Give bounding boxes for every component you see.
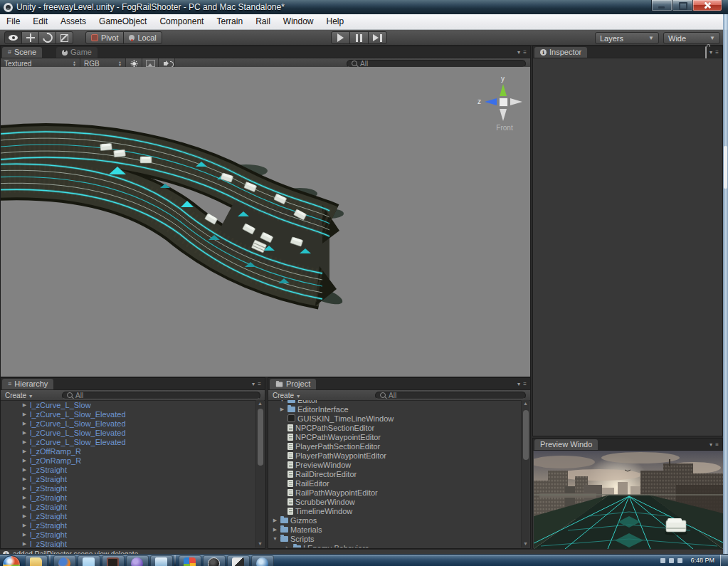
hierarchy-scrollbar[interactable]: ▲ ▼ (255, 400, 264, 547)
panel-menu-icon[interactable]: ▾ ≡ (517, 381, 527, 387)
scene-viewport[interactable]: y z Front (1, 67, 530, 377)
hierarchy-item[interactable]: ▶l_zStraight (21, 502, 256, 511)
tab-project[interactable]: Project (270, 379, 316, 389)
hierarchy-item[interactable]: ▶l_zOnRamp_R (21, 456, 256, 465)
expand-arrow-icon[interactable]: ▶ (21, 523, 28, 528)
project-item[interactable]: NPCPathSectionEditor (269, 423, 522, 432)
hierarchy-item[interactable]: ▶l_zStraight (21, 465, 256, 474)
hierarchy-item[interactable]: ▶l_zStraight (21, 539, 256, 547)
hierarchy-search-field[interactable]: All (62, 392, 260, 399)
menu-component[interactable]: Component (153, 14, 210, 29)
menu-gameobject[interactable]: GameObject (93, 14, 153, 29)
project-scrollbar[interactable]: ▲ ▼ (521, 400, 529, 547)
tab-inspector[interactable]: i Inspector (534, 47, 587, 58)
scene-search-field[interactable]: All (347, 60, 526, 68)
taskbar-sticky-notes-icon[interactable] (78, 555, 100, 566)
expand-arrow-icon[interactable]: ▶ (21, 476, 28, 482)
hierarchy-create-button[interactable]: Create ▼ (1, 392, 38, 399)
hierarchy-item[interactable]: ▶l_zCurve_L_Slow_Elevated (21, 419, 256, 428)
taskbar-glass-app-icon[interactable] (150, 555, 173, 566)
taskbar-clock[interactable]: 6:48 PM (690, 557, 714, 564)
window-titlebar[interactable]: Unity - freewayLevel.unity - FogRailShoo… (0, 0, 728, 14)
hierarchy-item[interactable]: ▶l_zCurve_L_Slow (21, 400, 256, 409)
menu-rail[interactable]: Rail (249, 14, 277, 29)
expand-arrow-icon[interactable]: ▼ (272, 536, 278, 541)
layout-dropdown[interactable]: Wide ▼ (663, 32, 720, 44)
panel-menu-icon[interactable]: ▾ ≡ (252, 381, 262, 387)
project-item[interactable]: RailDirectorEditor (269, 469, 522, 478)
hierarchy-item[interactable]: ▶l_zStraight (21, 474, 256, 483)
tray-network-icon[interactable] (669, 558, 674, 563)
show-desktop-button[interactable] (720, 555, 728, 566)
hierarchy-item[interactable]: ▶l_zStraight (21, 520, 256, 530)
scroll-up-icon[interactable]: ▲ (256, 400, 264, 407)
hierarchy-item[interactable]: ▶l_zCurve_L_Slow_Elevated (21, 409, 256, 419)
local-button[interactable]: Local (123, 31, 162, 44)
expand-arrow-icon[interactable]: ▶ (21, 430, 28, 436)
expand-arrow-icon[interactable]: ▶ (279, 407, 285, 412)
expand-arrow-icon[interactable]: ▶ (21, 486, 28, 491)
project-item[interactable]: RailEditor (269, 478, 522, 488)
gizmo-center-cube[interactable] (499, 98, 508, 107)
expand-arrow-icon[interactable]: ▶ (21, 513, 28, 519)
project-item[interactable]: ▶Gizmos (269, 515, 522, 525)
expand-arrow-icon[interactable]: ▶ (285, 545, 291, 548)
expand-arrow-icon[interactable]: ▶ (21, 458, 28, 463)
scene-orientation-gizmo[interactable]: y z Front (483, 75, 526, 132)
pause-button[interactable] (349, 31, 369, 44)
hierarchy-item[interactable]: ▶l_zStraight (21, 530, 256, 539)
taskbar-arrow-app-icon[interactable] (227, 555, 250, 566)
expand-arrow-icon[interactable]: ▶ (21, 421, 28, 426)
project-item[interactable]: TimelineWindow (269, 506, 522, 515)
close-button[interactable] (692, 0, 722, 11)
expand-arrow-icon[interactable]: ▶ (21, 402, 28, 408)
minimize-button[interactable] (651, 0, 672, 11)
project-item[interactable]: ScrubberWindow (269, 497, 522, 506)
axis-y-cone[interactable] (500, 84, 507, 96)
move-tool-button[interactable] (21, 31, 39, 44)
project-item[interactable]: ▶Materials (269, 525, 522, 534)
project-item[interactable]: ▼Scripts (269, 534, 522, 543)
project-item[interactable]: NPCPathWaypointEditor (269, 432, 522, 441)
tab-hierarchy[interactable]: ≡ Hierarchy (2, 379, 53, 389)
axis-x-cone[interactable] (510, 98, 522, 105)
expand-arrow-icon[interactable]: ▶ (21, 412, 28, 417)
rotate-tool-button[interactable] (38, 31, 56, 44)
menu-help[interactable]: Help (320, 14, 351, 29)
tray-chevron-icon[interactable] (660, 558, 665, 563)
project-item[interactable]: PreviewWindow (269, 460, 522, 469)
hierarchy-item[interactable]: ▶l_zCurve_L_Slow_Elevated (21, 428, 256, 437)
expand-arrow-icon[interactable]: ▶ (21, 495, 28, 501)
axis-down-cone[interactable] (500, 109, 507, 121)
pivot-button[interactable]: Pivot (85, 31, 124, 44)
tab-preview-window[interactable]: Preview Windo (534, 439, 598, 450)
hierarchy-item[interactable]: ▶l_zStraight (21, 511, 256, 520)
scale-tool-button[interactable] (56, 31, 73, 44)
project-item[interactable]: GUISKIN_TimeLineWindow (269, 414, 522, 423)
step-button[interactable] (368, 31, 387, 44)
project-item[interactable]: PlayerPathWaypointEditor (269, 451, 522, 460)
menu-terrain[interactable]: Terrain (210, 14, 249, 29)
taskbar-black-circle-app-icon[interactable] (203, 555, 226, 566)
taskbar-explorer-folder-icon[interactable] (25, 555, 48, 566)
expand-arrow-icon[interactable]: ▶ (272, 527, 278, 533)
view-tool-button[interactable] (4, 31, 22, 44)
tray-volume-icon[interactable] (677, 558, 682, 563)
project-item[interactable]: PlayerPathSectionEditor (269, 441, 522, 451)
expand-arrow-icon[interactable]: ▶ (21, 449, 28, 454)
project-search-field[interactable]: All (375, 392, 526, 399)
preview-render[interactable] (534, 451, 723, 549)
taskbar-media-orb-icon[interactable] (126, 555, 149, 566)
hierarchy-item[interactable]: ▶l_zStraight (21, 493, 256, 502)
expand-arrow-icon[interactable]: ▶ (21, 541, 28, 547)
layers-dropdown[interactable]: Layers ▼ (595, 32, 659, 44)
play-button[interactable] (331, 31, 350, 44)
menu-edit[interactable]: Edit (26, 14, 54, 29)
panel-menu-icon[interactable]: ▾ ≡ (709, 441, 719, 448)
expand-arrow-icon[interactable]: ▶ (21, 532, 28, 538)
taskbar-firefox-icon[interactable] (53, 555, 76, 566)
expand-arrow-icon[interactable]: ▶ (272, 518, 278, 523)
start-button[interactable] (2, 555, 21, 566)
project-item[interactable]: ▶EditorInterface (269, 404, 522, 414)
scroll-down-icon[interactable]: ▼ (522, 540, 529, 547)
